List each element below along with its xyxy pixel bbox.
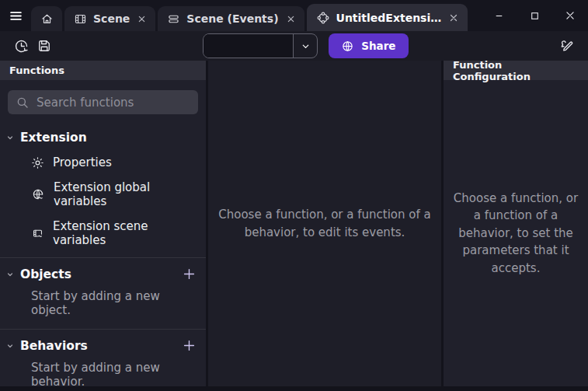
item-label: Extension global variables xyxy=(54,180,200,208)
tab-home[interactable] xyxy=(31,6,62,31)
chevron-down-icon xyxy=(5,270,15,279)
film-icon xyxy=(74,12,87,26)
home-icon xyxy=(40,12,54,26)
add-object-button[interactable] xyxy=(182,267,197,281)
gear-icon xyxy=(31,156,44,169)
section-objects: Objects Start by adding a new object. xyxy=(0,257,206,329)
events-editor-panel: Choose a function, or a function of a be… xyxy=(208,61,441,386)
section-extension: Extension Properties xyxy=(0,122,206,257)
minimize-icon[interactable] xyxy=(481,0,517,31)
chevron-down-icon xyxy=(5,341,15,351)
section-title: Behaviors xyxy=(20,339,88,353)
preview-dropdown-button[interactable] xyxy=(294,34,317,58)
edit-extension-icon[interactable] xyxy=(555,34,579,58)
preview-button[interactable]: Preview xyxy=(203,33,318,58)
maximize-icon[interactable] xyxy=(517,0,552,31)
window-controls xyxy=(481,0,588,31)
share-label: Share xyxy=(361,40,395,52)
globe-icon xyxy=(341,40,354,53)
item-extension-global-variables[interactable]: Extension global variables xyxy=(0,175,206,214)
section-extension-header[interactable]: Extension xyxy=(0,124,206,150)
events-sheet-icon xyxy=(167,12,180,26)
section-hint: Start by adding a new object. xyxy=(0,287,206,324)
section-title: Extension xyxy=(20,131,87,145)
main-area: Functions Extension xyxy=(0,61,588,386)
toolbar: Preview Share xyxy=(0,31,588,61)
titlebar: Scene Scene (Events) UntitledExtensi… xyxy=(0,0,588,31)
tab-scene-events[interactable]: Scene (Events) xyxy=(158,6,304,31)
search-icon xyxy=(16,96,30,110)
history-icon[interactable] xyxy=(9,34,33,58)
function-configuration-panel: Function Configuration Choose a function… xyxy=(444,61,588,386)
events-placeholder-text: Choose a function, or a function of a be… xyxy=(208,206,441,241)
section-objects-header[interactable]: Objects xyxy=(0,260,206,287)
close-icon[interactable] xyxy=(287,15,295,23)
functions-panel-title: Functions xyxy=(9,65,64,76)
function-configuration-header: Function Configuration xyxy=(444,61,588,80)
search-input[interactable] xyxy=(37,96,190,110)
hamburger-menu-icon[interactable] xyxy=(0,0,31,31)
close-icon[interactable] xyxy=(449,13,458,23)
section-behaviors-header[interactable]: Behaviors xyxy=(0,331,206,358)
extension-icon xyxy=(316,11,330,25)
chevron-down-icon xyxy=(5,133,15,142)
item-label: Extension scene variables xyxy=(53,219,200,247)
tab-label: UntitledExtensi… xyxy=(336,12,442,24)
item-properties[interactable]: Properties xyxy=(0,150,206,175)
configuration-placeholder-text: Choose a function, or a function of a be… xyxy=(451,190,581,278)
tab-scene[interactable]: Scene xyxy=(64,6,155,31)
section-hint: Start by adding a new behavior. xyxy=(0,358,206,391)
close-icon[interactable] xyxy=(137,15,146,23)
share-button[interactable]: Share xyxy=(329,33,408,58)
add-behavior-button[interactable] xyxy=(182,338,197,353)
globe-variable-icon xyxy=(31,187,45,201)
close-window-icon[interactable] xyxy=(552,0,588,31)
functions-panel: Functions Extension xyxy=(0,61,206,386)
chevron-down-icon xyxy=(301,41,311,51)
section-title: Objects xyxy=(20,267,71,281)
section-behaviors: Behaviors Start by adding a new behavior… xyxy=(0,329,206,391)
scene-variable-icon xyxy=(31,227,44,240)
functions-panel-header: Functions xyxy=(0,61,206,80)
save-icon[interactable] xyxy=(33,34,56,58)
item-extension-scene-variables[interactable]: Extension scene variables xyxy=(0,214,206,253)
tab-label: Scene xyxy=(93,12,130,25)
search-box[interactable] xyxy=(8,90,198,114)
function-configuration-title: Function Configuration xyxy=(453,59,579,82)
tab-untitled-extension[interactable]: UntitledExtensi… xyxy=(307,4,468,31)
item-label: Properties xyxy=(53,155,112,169)
tab-label: Scene (Events) xyxy=(186,12,278,25)
